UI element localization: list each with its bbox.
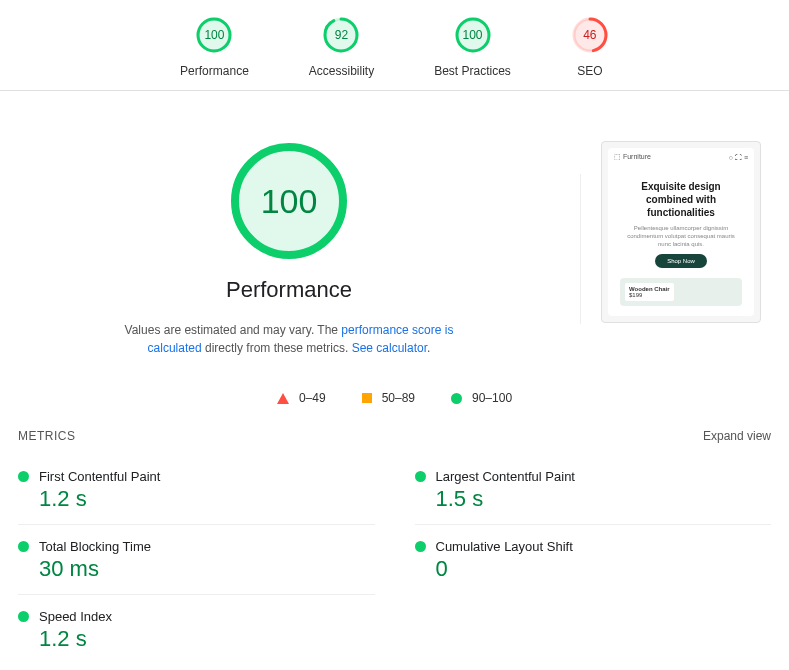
metric-cls: Cumulative Layout Shift 0 [415, 524, 772, 594]
score-label: Best Practices [434, 64, 511, 78]
preview-cta: Shop Now [655, 254, 707, 268]
gauge-small: 46 [571, 16, 609, 54]
status-dot-icon [18, 471, 29, 482]
score-label: SEO [577, 64, 602, 78]
metric-name: Speed Index [39, 609, 112, 624]
score-label: Accessibility [309, 64, 374, 78]
metric-value: 30 ms [39, 556, 375, 582]
performance-gauge-value: 100 [229, 141, 349, 261]
status-dot-icon [18, 611, 29, 622]
score-legend: 0–49 50–89 90–100 [0, 367, 789, 421]
performance-description: Values are estimated and may vary. The p… [119, 321, 459, 357]
page-preview: ⬚ Furniture ○ ⛶ ≡ Exquisite design combi… [601, 141, 761, 323]
metric-tbt: Total Blocking Time 30 ms [18, 524, 375, 594]
expand-view-button[interactable]: Expand view [703, 429, 771, 443]
link-see-calculator[interactable]: See calculator [352, 341, 427, 355]
metric-value: 1.5 s [436, 486, 772, 512]
preview-card-price: $199 [629, 292, 670, 298]
metric-fcp: First Contentful Paint 1.2 s [18, 455, 375, 524]
performance-title: Performance [226, 277, 352, 303]
gauge-small: 100 [454, 16, 492, 54]
metric-value: 1.2 s [39, 626, 375, 652]
status-dot-icon [415, 471, 426, 482]
square-icon [362, 393, 372, 403]
performance-gauge: 100 [229, 141, 349, 261]
metric-lcp: Largest Contentful Paint 1.5 s [415, 455, 772, 524]
score-best-practices[interactable]: 100 Best Practices [434, 16, 511, 78]
legend-avg: 50–89 [362, 391, 415, 405]
score-value: 46 [571, 16, 609, 54]
desc-text: directly from these metrics. [202, 341, 352, 355]
gauge-small: 92 [322, 16, 360, 54]
performance-column: 100 Performance Values are estimated and… [18, 141, 560, 357]
preview-header: ⬚ Furniture ○ ⛶ ≡ [608, 148, 754, 166]
score-accessibility[interactable]: 92 Accessibility [309, 16, 374, 78]
metric-name: Cumulative Layout Shift [436, 539, 573, 554]
metric-si: Speed Index 1.2 s [18, 594, 375, 664]
metric-name: Largest Contentful Paint [436, 469, 575, 484]
preview-column: ⬚ Furniture ○ ⛶ ≡ Exquisite design combi… [601, 141, 771, 323]
legend-fail: 0–49 [277, 391, 326, 405]
preview-icons: ○ ⛶ ≡ [729, 154, 748, 161]
preview-card: Wooden Chair $199 [620, 278, 742, 306]
score-seo[interactable]: 46 SEO [571, 16, 609, 78]
preview-headline: Exquisite design combined with functiona… [620, 180, 742, 219]
phone-mock: ⬚ Furniture ○ ⛶ ≡ Exquisite design combi… [608, 148, 754, 316]
metric-value: 0 [436, 556, 772, 582]
metrics-header-row: METRICS Expand view [0, 421, 789, 451]
metric-name: Total Blocking Time [39, 539, 151, 554]
desc-text: Values are estimated and may vary. The [125, 323, 342, 337]
metric-name: First Contentful Paint [39, 469, 160, 484]
score-value: 100 [454, 16, 492, 54]
preview-sub: Pellentesque ullamcorper dignissim condi… [620, 225, 742, 248]
score-value: 92 [322, 16, 360, 54]
score-value: 100 [195, 16, 233, 54]
vertical-divider [580, 174, 581, 324]
legend-pass: 90–100 [451, 391, 512, 405]
gauge-small: 100 [195, 16, 233, 54]
circle-icon [451, 393, 462, 404]
score-label: Performance [180, 64, 249, 78]
summary-scores: 100 Performance 92 Accessibility 100 Bes… [0, 0, 789, 90]
status-dot-icon [415, 541, 426, 552]
metrics-header: METRICS [18, 429, 76, 443]
preview-brand: ⬚ Furniture [614, 153, 651, 161]
status-dot-icon [18, 541, 29, 552]
triangle-icon [277, 393, 289, 404]
score-performance[interactable]: 100 Performance [180, 16, 249, 78]
metrics-grid: First Contentful Paint 1.2 s Largest Con… [0, 451, 789, 670]
main-section: 100 Performance Values are estimated and… [0, 91, 789, 367]
metric-value: 1.2 s [39, 486, 375, 512]
